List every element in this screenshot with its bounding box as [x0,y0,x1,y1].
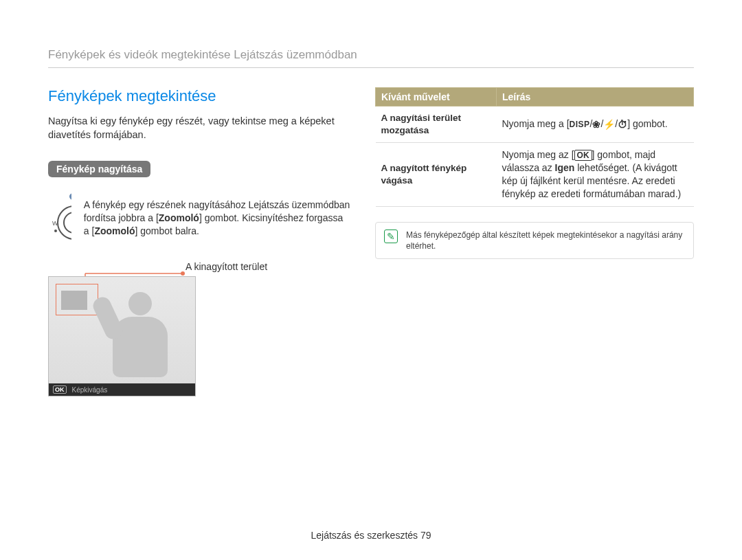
subsection-badge: Fénykép nagyítása [48,161,150,177]
action-table: Kívánt művelet Leírás A nagyítási terüle… [375,87,694,207]
intro-text: Nagyítsa ki egy fénykép egy részét, vagy… [48,115,350,142]
flower-icon: ❀ [592,118,600,131]
note-text: Más fényképezőgép által készített képek … [406,229,685,251]
ok-key-icon: OK [574,150,592,161]
table-row: A nagyítási terület mozgatása Nyomja meg… [376,107,694,143]
preview-statusbar: OK Képkivágás [49,383,195,396]
desc-move-zoom: Nyomja meg a [DISP/❀/⚡/⏱] gombot. [497,107,694,143]
op-move-zoom: A nagyítási terület mozgatása [376,107,497,143]
th-description: Leírás [497,88,694,107]
preview-screen: OK Képkivágás [48,276,196,396]
preview-caption: Képkivágás [72,386,108,394]
silhouette-icon [104,292,176,381]
svg-point-2 [64,212,71,233]
ok-key-icon: OK [53,385,67,394]
note-box: ✎ Más fényképezőgép által készített képe… [375,222,694,259]
page-header: Fényképek és videók megtekintése Lejátsz… [48,48,694,68]
page-footer: Lejátszás és szerkesztés 79 [0,530,742,541]
disp-key-icon: DISP [570,120,590,129]
zoom-dial-icon: W T [48,192,71,243]
zoom-rect [61,291,87,310]
dial-instruction: A fénykép egy részének nagyításához Lejá… [84,199,350,238]
note-icon: ✎ [384,229,398,243]
timer-icon: ⏱ [618,118,627,131]
zoomed-area-label: A kinagyított terület [186,261,350,272]
section-title: Fényképek megtekintése [48,87,350,105]
dial-w-label: W [52,220,58,227]
svg-point-4 [54,229,57,232]
op-crop-zoom: A nagyított fénykép vágása [376,143,497,207]
flash-icon: ⚡ [603,118,615,131]
desc-crop-zoom: Nyomja meg az [OK] gombot, majd válassza… [497,143,694,207]
th-operation: Kívánt művelet [376,88,497,107]
svg-point-6 [181,271,185,276]
table-row: A nagyított fénykép vágása Nyomja meg az… [376,143,694,207]
